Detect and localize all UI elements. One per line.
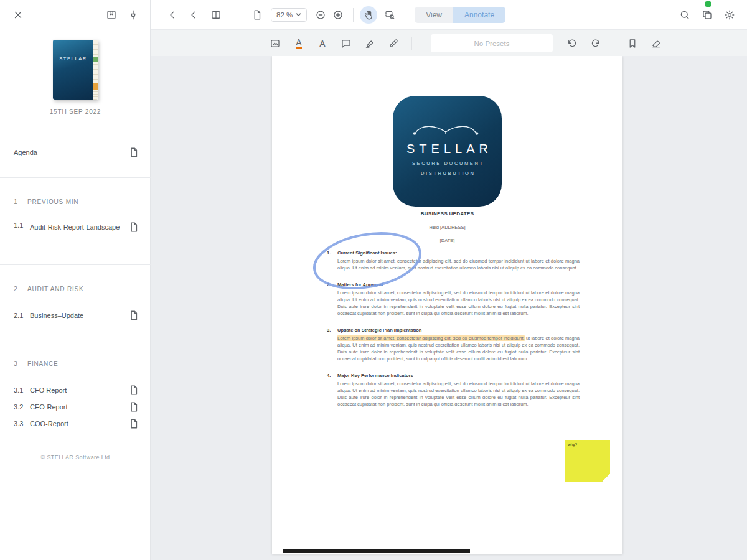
section-heading: Major Key Performance Indicators: [337, 373, 580, 378]
strikethrough-text-button[interactable]: A: [314, 35, 331, 52]
back-icon: [167, 9, 178, 21]
document-icon: [251, 9, 263, 21]
back-icon: [188, 9, 199, 21]
view-mode-button[interactable]: View: [415, 7, 453, 23]
ink-pen-icon: [388, 38, 399, 49]
ellipse-ink-annotation[interactable]: [308, 228, 430, 293]
doc-file-icon: [128, 385, 139, 396]
divider: [0, 442, 151, 442]
zoom-out-icon: [315, 9, 326, 21]
annotation-toolbar: A A No Presets: [151, 30, 747, 56]
section-number: 4.: [327, 373, 337, 408]
settings-button[interactable]: [721, 6, 738, 24]
copy-button[interactable]: [698, 6, 716, 24]
doc-file-icon: [128, 147, 139, 158]
doc-section-3: 3. Update on Strategic Plan Implentation…: [327, 327, 580, 362]
highlighter-button[interactable]: [362, 35, 378, 52]
document-title: BUSINESS UPDATES: [272, 211, 622, 217]
app-window: STELLAR 15TH SEP 2022 Agenda 1 PREVIOUS …: [0, 0, 747, 560]
sidebar-item-cfo-report[interactable]: 3.1 CFO Report: [0, 385, 151, 396]
sidebar-item-business-update[interactable]: 2.1 Business–Update: [0, 310, 151, 321]
gear-icon: [724, 9, 735, 21]
logo-flourish-icon: [410, 121, 485, 137]
sidebar-item-agenda[interactable]: Agenda: [0, 147, 151, 158]
divider: [0, 340, 151, 340]
zoom-dropdown[interactable]: 82 %: [271, 8, 307, 22]
ink-pen-button[interactable]: [385, 35, 402, 52]
comment-button[interactable]: [338, 35, 354, 52]
stellar-logo: STELLAR SECURE DOCUMENT DISTRUBUTION: [393, 96, 502, 207]
section-paragraph: Lorem ipsum dolor sit amet, consectetur …: [337, 380, 580, 408]
section-title: PREVIOUS MIN: [27, 198, 78, 205]
section-header-finance: 3 FINANCE: [0, 360, 151, 367]
marquee-zoom-button[interactable]: [381, 6, 398, 24]
doc-section-4: 4. Major Key Performance Indicators Lore…: [327, 373, 580, 408]
bookmarks-panel-icon[interactable]: [106, 9, 117, 21]
pin-icon[interactable]: [128, 9, 139, 21]
pan-tool-button[interactable]: [360, 6, 377, 24]
book-pages-edge: [93, 40, 98, 100]
bookmark-button[interactable]: [624, 35, 641, 52]
copy-icon: [702, 9, 713, 21]
undo-button[interactable]: [564, 35, 580, 52]
sidebar-item-audit-risk-report[interactable]: 1.1 Audit-Risk-Report-Landscape: [0, 222, 151, 233]
annotate-mode-button[interactable]: Annotate: [453, 7, 505, 23]
zoom-value: 82 %: [276, 11, 293, 19]
back-button[interactable]: [164, 6, 181, 24]
copyright-footer: © STELLAR Software Ltd: [0, 454, 151, 460]
sidebar-item-ceo-report[interactable]: 3.2 CEO-Report: [0, 401, 151, 413]
doc-file-icon: [128, 310, 139, 321]
redo-button[interactable]: [588, 35, 604, 52]
close-icon[interactable]: [12, 9, 24, 21]
item-number: 3.2: [14, 403, 30, 411]
highlighter-icon: [364, 38, 375, 49]
item-number: 2.1: [14, 312, 30, 319]
divider: [0, 264, 151, 265]
divider: [0, 177, 151, 178]
document-thumbnail[interactable]: STELLAR: [0, 40, 151, 100]
toolbar-separator: [614, 37, 614, 50]
search-button[interactable]: [676, 6, 693, 24]
underline-text-button[interactable]: A: [291, 35, 307, 52]
toolbar-right-group: [676, 6, 738, 24]
strikethrough-text-icon: A: [319, 39, 325, 48]
doc-file-icon: [128, 418, 139, 429]
item-number: 3.1: [14, 386, 30, 394]
section-header-previous-min: 1 PREVIOUS MIN: [0, 198, 151, 205]
marquee-zoom-icon: [384, 9, 395, 21]
image-annotation-icon: [270, 38, 281, 49]
section-number: 1: [14, 198, 27, 205]
toolbar-separator: [411, 37, 412, 50]
eraser-button[interactable]: [648, 35, 664, 52]
document-canvas[interactable]: STELLAR SECURE DOCUMENT DISTRUBUTION BUS…: [151, 56, 747, 560]
zoom-in-button[interactable]: [329, 6, 347, 24]
search-icon: [679, 9, 690, 21]
page-footer-bar: [283, 549, 470, 553]
agenda-label: Agenda: [14, 149, 128, 156]
item-number: 1.1: [14, 222, 30, 229]
image-annotation-button[interactable]: [267, 35, 283, 52]
item-label: Audit-Risk-Report-Landscape: [30, 222, 128, 233]
section-paragraph: Lorem ipsum dolor sit amet, consectetur …: [337, 289, 580, 317]
sidebar: STELLAR 15TH SEP 2022 Agenda 1 PREVIOUS …: [0, 0, 151, 560]
highlight-annotation[interactable]: Lorem ipsum dolor sit amet, consectetur …: [337, 335, 525, 341]
sidebar-toolbar: [0, 0, 150, 30]
section-paragraph: Lorem ipsum dolor sit amet, consectetur …: [337, 335, 580, 362]
zoom-in-icon: [332, 9, 344, 21]
redo-icon: [590, 38, 601, 49]
previous-view-button[interactable]: [185, 6, 202, 24]
undo-icon: [566, 38, 578, 49]
item-label: COO-Report: [30, 420, 128, 427]
sidebar-item-coo-report[interactable]: 3.3 COO-Report: [0, 418, 151, 429]
page-layout-icon: [210, 9, 222, 21]
section-number: 2: [14, 285, 27, 292]
zoom-out-button[interactable]: [312, 6, 329, 24]
section-title: AUDIT AND RISK: [27, 286, 83, 292]
page-layout-button[interactable]: [207, 6, 225, 24]
sticky-note-annotation[interactable]: why?: [565, 440, 610, 482]
presets-dropdown[interactable]: No Presets: [431, 34, 553, 52]
section-number: 3: [14, 360, 27, 367]
item-label: CEO-Report: [30, 403, 128, 411]
page-settings-button[interactable]: [248, 6, 266, 24]
notification-badge: [705, 1, 711, 7]
